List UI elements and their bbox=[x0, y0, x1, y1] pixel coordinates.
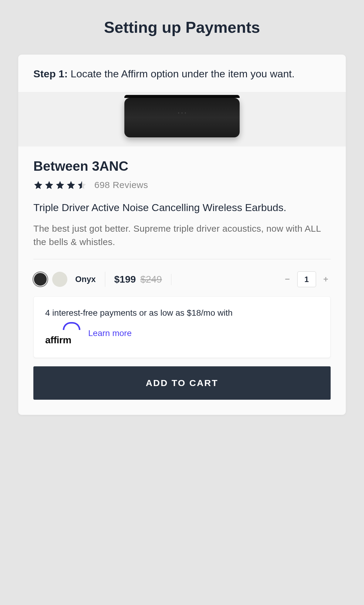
step-header: Step 1: Locate the Affirm option under t… bbox=[18, 55, 346, 92]
product-image bbox=[18, 92, 346, 146]
affirm-payment-box: 4 interest-free payments or as low as $1… bbox=[33, 296, 331, 358]
affirm-logo-icon: affirm bbox=[45, 320, 80, 348]
product-subtitle: Triple Driver Active Noise Cancelling Wi… bbox=[33, 201, 331, 215]
quantity-decrease-button[interactable]: − bbox=[282, 273, 292, 286]
price-current: $199 bbox=[114, 274, 136, 285]
step-text: Locate the Affirm option under the item … bbox=[71, 68, 295, 79]
affirm-text: 4 interest-free payments or as low as $1… bbox=[45, 306, 319, 348]
price-old: $249 bbox=[140, 274, 162, 285]
price-section: $199 $249 bbox=[105, 274, 171, 285]
page-title: Setting up Payments bbox=[18, 18, 346, 36]
quantity-increase-button[interactable]: + bbox=[321, 273, 331, 286]
options-row: Onyx $199 $249 − + bbox=[33, 268, 331, 296]
color-swatch-light[interactable] bbox=[52, 272, 67, 287]
quantity-input[interactable] bbox=[297, 271, 316, 287]
quantity-stepper: − + bbox=[273, 271, 331, 287]
affirm-learn-more-link[interactable]: Learn more bbox=[88, 329, 132, 338]
earbuds-case-icon bbox=[124, 98, 240, 137]
affirm-message: 4 interest-free payments or as low as $1… bbox=[45, 308, 233, 318]
star-rating-icon bbox=[33, 180, 87, 190]
step-label: Step 1: bbox=[33, 68, 68, 79]
add-to-cart-button[interactable]: ADD TO CART bbox=[33, 366, 331, 400]
instruction-card: Step 1: Locate the Affirm option under t… bbox=[18, 55, 346, 415]
review-count: 698 Reviews bbox=[94, 180, 148, 190]
product-info: Between 3ANC 698 Reviews Triple Driver A… bbox=[18, 146, 346, 415]
rating-row[interactable]: 698 Reviews bbox=[33, 180, 331, 190]
selected-color-name: Onyx bbox=[75, 275, 96, 284]
color-picker: Onyx bbox=[33, 272, 105, 287]
color-swatch-onyx[interactable] bbox=[33, 272, 47, 286]
product-description: The best just got better. Supreme triple… bbox=[33, 222, 331, 248]
divider bbox=[33, 259, 331, 259]
product-name: Between 3ANC bbox=[33, 159, 331, 174]
